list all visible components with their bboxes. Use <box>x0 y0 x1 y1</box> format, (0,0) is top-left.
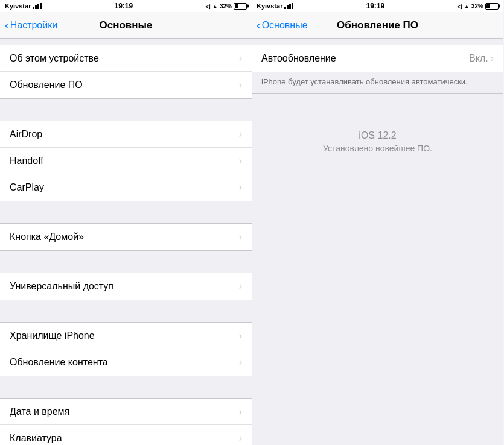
time-right: 19:19 <box>366 2 385 10</box>
nav-title-left: Основные <box>99 19 152 31</box>
gap-3 <box>0 251 252 273</box>
carrier-right: Kyivstar <box>257 2 282 10</box>
row-airdrop[interactable]: AirDrop › <box>0 121 252 148</box>
signal-bars-right <box>284 3 293 9</box>
row-about-right: › <box>239 53 242 64</box>
carrier-left: Kyivstar <box>5 2 31 10</box>
auto-update-label: Автообновление <box>261 53 336 64</box>
row-home-button[interactable]: Кнопка «Домой» › <box>0 224 252 250</box>
chevron-about: › <box>239 53 242 64</box>
row-accessibility-right: › <box>239 281 242 292</box>
settings-group-3: Кнопка «Домой» › <box>0 223 252 251</box>
row-bg-refresh-right: › <box>239 357 242 368</box>
row-about-label: Об этом устройстве <box>10 53 99 64</box>
rbar1 <box>284 7 286 9</box>
row-handoff[interactable]: Handoff › <box>0 148 252 174</box>
right-content: Автообновление Вкл. › iPhone будет устан… <box>252 39 503 445</box>
nav-bar-right: ‹ Основные Обновление ПО <box>252 12 503 39</box>
left-panel: Kyivstar 19:19 ◁ ▲ 32% ‹ Настройки Основ… <box>0 0 252 445</box>
row-airdrop-label: AirDrop <box>10 129 42 140</box>
row-home-button-right: › <box>239 232 242 242</box>
settings-group-6: Дата и время › Клавиатура › <box>0 398 252 445</box>
rbar4 <box>292 3 293 9</box>
time-left: 19:19 <box>115 2 133 10</box>
status-bar-left: Kyivstar 19:19 ◁ ▲ 32% <box>0 0 252 12</box>
status-right-left: ◁ ▲ 32% <box>205 3 247 10</box>
battery-fill-left <box>235 4 238 8</box>
location-icon-left: ◁ <box>205 3 210 10</box>
row-carplay[interactable]: CarPlay › <box>0 174 252 201</box>
auto-update-row[interactable]: Автообновление Вкл. › <box>252 45 503 72</box>
row-keyboard-label: Клавиатура <box>10 433 62 444</box>
settings-group-1: Об этом устройстве › Обновление ПО › <box>0 45 252 99</box>
ios-info-section: iOS 12.2 Установлено новейшее ПО. <box>252 94 503 177</box>
chevron-software-update: › <box>239 80 242 90</box>
row-software-update-right: › <box>239 80 242 90</box>
battery-right <box>485 3 499 10</box>
row-date-time-right: › <box>239 406 242 417</box>
ios-version: iOS 12.2 <box>359 130 396 141</box>
gap-1 <box>0 99 252 121</box>
nav-title-right: Обновление ПО <box>337 19 418 31</box>
status-left-right: Kyivstar <box>257 2 293 10</box>
back-chevron-right: ‹ <box>257 19 261 31</box>
row-bg-refresh[interactable]: Обновление контента › <box>0 349 252 376</box>
bar4 <box>40 3 42 9</box>
back-button-left[interactable]: ‹ Настройки <box>5 19 57 31</box>
row-accessibility[interactable]: Универсальный доступ › <box>0 273 252 300</box>
bar1 <box>33 7 34 9</box>
status-bar-right: Kyivstar 19:19 ◁ ▲ 32% <box>252 0 503 12</box>
signal-bars-left <box>33 3 42 9</box>
chevron-handoff: › <box>239 156 242 166</box>
right-panel: Kyivstar 19:19 ◁ ▲ 32% ‹ Основные Обновл… <box>252 0 503 445</box>
chevron-bg-refresh: › <box>239 357 242 368</box>
settings-group-2: AirDrop › Handoff › CarPlay › <box>0 121 252 201</box>
rbar2 <box>287 5 289 9</box>
back-label-right: Основные <box>262 20 308 31</box>
chevron-carplay: › <box>239 182 242 193</box>
gap-2 <box>0 201 252 223</box>
signal-pct-left: ▲ 32% <box>212 3 232 10</box>
status-left: Kyivstar <box>5 2 42 10</box>
back-label-left: Настройки <box>10 20 57 31</box>
row-date-time[interactable]: Дата и время › <box>0 399 252 425</box>
row-accessibility-label: Универсальный доступ <box>10 281 113 292</box>
back-chevron-left: ‹ <box>5 19 9 31</box>
row-bg-refresh-label: Обновление контента <box>10 357 108 368</box>
gap-4 <box>0 300 252 322</box>
row-storage-right: › <box>239 330 242 341</box>
row-handoff-label: Handoff <box>10 156 43 166</box>
auto-update-val-text: Вкл. <box>469 53 488 64</box>
chevron-airdrop: › <box>239 129 242 140</box>
chevron-home: › <box>239 232 242 242</box>
gap-top <box>0 39 252 45</box>
row-software-update[interactable]: Обновление ПО › <box>0 72 252 98</box>
auto-update-description: iPhone будет устанавливать обновления ав… <box>252 72 503 94</box>
row-airdrop-right: › <box>239 129 242 140</box>
row-storage[interactable]: Хранилище iPhone › <box>0 323 252 349</box>
row-about[interactable]: Об этом устройстве › <box>0 45 252 72</box>
row-date-time-label: Дата и время <box>10 406 69 417</box>
auto-update-value: Вкл. › <box>469 53 494 64</box>
battery-fill-right <box>486 4 490 8</box>
left-content: Об этом устройстве › Обновление ПО › Air… <box>0 39 252 445</box>
status-right-right: ◁ ▲ 32% <box>457 3 499 10</box>
right-gap-top <box>252 39 503 45</box>
row-storage-label: Хранилище iPhone <box>10 330 95 341</box>
row-carplay-label: CarPlay <box>10 182 44 193</box>
settings-group-4: Универсальный доступ › <box>0 273 252 300</box>
chevron-keyboard: › <box>239 433 242 444</box>
row-keyboard-right: › <box>239 433 242 444</box>
chevron-storage: › <box>239 330 242 341</box>
signal-pct-right: ▲ 32% <box>464 3 483 10</box>
row-keyboard[interactable]: Клавиатура › <box>0 425 252 445</box>
chevron-auto-update: › <box>491 53 494 64</box>
row-home-button-label: Кнопка «Домой» <box>10 232 84 242</box>
row-carplay-right: › <box>239 182 242 193</box>
back-button-right[interactable]: ‹ Основные <box>257 19 308 31</box>
battery-left <box>234 3 247 10</box>
row-handoff-right: › <box>239 156 242 166</box>
chevron-accessibility: › <box>239 281 242 292</box>
bar3 <box>37 4 39 9</box>
rbar3 <box>289 4 291 9</box>
